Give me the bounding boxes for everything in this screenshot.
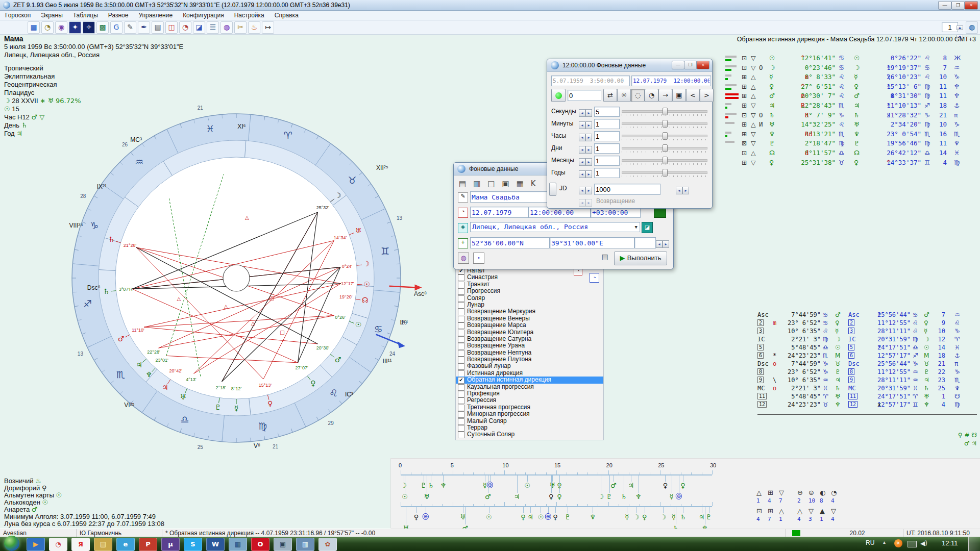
method-checkbox[interactable] — [458, 322, 464, 329]
step-spinner[interactable]: ◂▸ — [579, 119, 592, 129]
menu-0[interactable]: Гороскоп — [0, 11, 36, 20]
bg-maximize-button[interactable]: ❐ — [684, 61, 697, 69]
start-button[interactable] — [4, 536, 19, 551]
bg-minimize-button[interactable]: — — [672, 61, 684, 69]
data-dialog-toolbar[interactable]: ▤▥□▣▦K — [459, 179, 543, 188]
bg-tool-button-6[interactable]: < — [686, 89, 700, 102]
skype-icon[interactable]: S — [184, 538, 202, 551]
bg-close-button[interactable]: × — [697, 61, 709, 69]
jd-side-button[interactable] — [549, 183, 556, 196]
internet-explorer-icon[interactable]: e — [116, 538, 135, 551]
event-place-input[interactable]: Липецк, Липецкая обл., Россия▼ — [470, 222, 640, 232]
step-spinner[interactable]: ◂▸ — [579, 156, 592, 166]
chart-count-spinner[interactable]: ▲▼ — [957, 22, 963, 31]
longitude-input[interactable] — [550, 237, 634, 248]
bg-tool-button-7[interactable]: > — [700, 89, 714, 102]
bg-tool-button-5[interactable]: ▣ — [672, 89, 686, 102]
method-checkbox[interactable] — [458, 363, 464, 370]
calculator-icon[interactable]: ▦ — [229, 538, 247, 551]
jd-value-input[interactable] — [594, 184, 660, 195]
method-item-11[interactable]: Возвращение Урана — [456, 342, 603, 349]
atlas-button[interactable]: ◍ — [458, 253, 469, 264]
color-table-icon[interactable]: ◫ — [165, 21, 178, 34]
step-spinner[interactable]: ◂▸ — [579, 144, 592, 154]
method-item-24[interactable]: Суточный Соляр — [456, 431, 603, 438]
event-date-input[interactable] — [470, 207, 528, 218]
bg-dialog-titlebar[interactable]: 12:00:00.00 Фоновые данные — ❐ × — [547, 59, 712, 72]
jd-spinner[interactable]: ◂▸ — [579, 185, 592, 194]
step-value-input[interactable] — [594, 107, 620, 117]
language-indicator[interactable]: RU — [866, 539, 874, 546]
method-item-20[interactable]: Третичная прогрессия — [456, 404, 603, 411]
method-item-9[interactable]: Возвращение Юпитера — [456, 329, 603, 336]
method-item-21[interactable]: Минорная прогрессия — [456, 411, 603, 417]
method-checkbox[interactable] — [458, 384, 464, 391]
flame-icon[interactable]: ♨ — [248, 21, 260, 34]
step-value-input[interactable] — [594, 143, 620, 154]
method-checkbox[interactable] — [458, 343, 464, 349]
calendar-grid-icon[interactable]: ▦ — [28, 21, 40, 34]
map-button[interactable]: ◪ — [642, 222, 653, 233]
opera-icon[interactable]: O — [251, 538, 270, 551]
dot-button[interactable]: • — [473, 253, 484, 264]
paint-icon[interactable]: ✿ — [318, 538, 337, 551]
copy-doc-icon[interactable]: ▤ — [152, 21, 164, 34]
altitude-spinner[interactable]: ◂▸ — [656, 238, 669, 248]
image-viewer-icon[interactable]: ▥ — [296, 538, 314, 551]
step-spinner[interactable]: ◂▸ — [579, 132, 592, 141]
bg-tool-button-1[interactable]: ☼ — [617, 89, 631, 102]
chart-blue-icon[interactable]: ◪ — [193, 21, 205, 34]
world-clock-icon[interactable]: ◔ — [41, 21, 54, 34]
method-item-23[interactable]: Террар — [456, 424, 603, 431]
show-desktop-button[interactable] — [968, 537, 980, 551]
method-item-17[interactable]: Каузальная прогрессия — [456, 384, 603, 390]
volume-icon[interactable]: ◀) — [920, 540, 927, 547]
step-value-input[interactable] — [594, 131, 620, 141]
method-checkbox[interactable] — [458, 391, 464, 397]
step-value-input[interactable] — [594, 119, 620, 129]
bg-tool-button-3[interactable]: ◔ — [645, 89, 658, 102]
method-checkbox[interactable] — [458, 405, 464, 411]
edit-doc-icon[interactable]: ✎ — [124, 21, 136, 34]
method-checkbox[interactable] — [458, 295, 464, 302]
tray-expand-icon[interactable]: ▴ — [883, 539, 886, 545]
method-item-7[interactable]: Возвращение Венеры — [456, 315, 603, 322]
chart-count-input[interactable] — [942, 22, 958, 32]
copy-data-icon[interactable]: ▤ — [600, 253, 610, 263]
pdf-icon[interactable]: P — [139, 538, 157, 551]
method-checkbox[interactable] — [458, 357, 464, 363]
utorrent-icon[interactable]: µ — [161, 538, 180, 551]
menu-7[interactable]: Справка — [270, 11, 304, 20]
list-icon[interactable]: ☰ — [207, 21, 219, 34]
method-checkbox[interactable] — [458, 316, 464, 322]
maximize-button[interactable]: ❐ — [951, 1, 965, 10]
close-button[interactable]: × — [965, 1, 978, 10]
app-window-icon[interactable]: ▣ — [274, 538, 292, 551]
taskbar-clock[interactable]: 12:11 — [942, 539, 958, 547]
sphere-icon[interactable]: ◍ — [220, 21, 233, 34]
bg-tool-button-4[interactable]: → — [658, 89, 672, 102]
menu-3[interactable]: Разное — [103, 11, 134, 20]
altitude-input[interactable] — [634, 237, 656, 248]
title-bar[interactable]: ZET 9.1.93 Geo 5 июля 1959 Вс 3:50:00.00… — [0, 0, 980, 11]
method-item-16[interactable]: ✔Обратная истинная дирекция — [456, 377, 603, 383]
google-icon[interactable]: G — [110, 21, 122, 34]
method-checkbox[interactable] — [458, 309, 464, 315]
bg-tool-button-0[interactable]: ⇄ — [603, 89, 617, 102]
method-checkbox[interactable] — [458, 350, 464, 357]
media-player-icon[interactable]: ▶ — [27, 538, 45, 551]
chart-wheel-icon[interactable]: ◉ — [55, 21, 67, 34]
step-value-input[interactable] — [594, 168, 620, 178]
method-checkbox[interactable] — [458, 370, 464, 377]
step-spinner[interactable]: ◂▸ — [579, 168, 592, 178]
clock-icon[interactable]: ◔ — [179, 21, 191, 34]
method-checkbox[interactable] — [458, 282, 464, 288]
minimize-button[interactable]: — — [938, 1, 951, 10]
step-counter-input[interactable] — [568, 90, 601, 101]
exit-icon[interactable]: ↦ — [262, 21, 274, 34]
yandex-browser-icon[interactable]: Я — [71, 538, 90, 551]
map-icon[interactable]: ▩ — [96, 21, 109, 34]
method-item-2[interactable]: Транзит — [456, 281, 603, 288]
method-checkbox[interactable] — [458, 425, 464, 432]
method-checkbox[interactable] — [458, 302, 464, 309]
